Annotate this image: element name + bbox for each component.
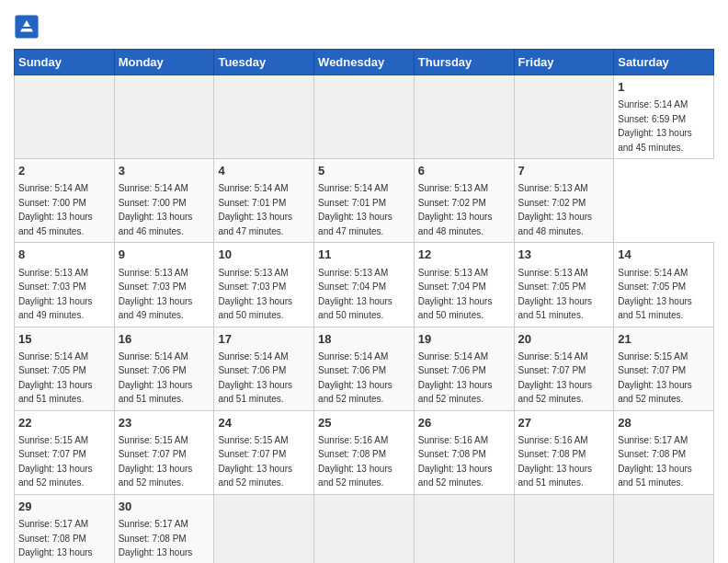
logo-icon	[14, 14, 40, 40]
day-cell-15: 15Sunrise: 5:14 AMSunset: 7:05 PMDayligh…	[15, 327, 115, 410]
empty-cell	[314, 494, 415, 563]
day-cell-2: 2Sunrise: 5:14 AMSunset: 7:00 PMDaylight…	[15, 159, 115, 243]
calendar-week-2: 8Sunrise: 5:13 AMSunset: 7:03 PMDaylight…	[15, 243, 714, 327]
logo	[14, 14, 43, 40]
calendar-week-4: 22Sunrise: 5:15 AMSunset: 7:07 PMDayligh…	[15, 410, 714, 494]
empty-cell	[514, 494, 614, 563]
svg-rect-2	[21, 27, 31, 29]
day-cell-25: 25Sunrise: 5:16 AMSunset: 7:08 PMDayligh…	[314, 410, 415, 494]
day-cell-4: 4Sunrise: 5:14 AMSunset: 7:01 PMDaylight…	[214, 159, 314, 243]
day-cell-10: 10Sunrise: 5:13 AMSunset: 7:03 PMDayligh…	[214, 243, 314, 327]
day-cell-16: 16Sunrise: 5:14 AMSunset: 7:06 PMDayligh…	[114, 327, 214, 410]
calendar-table: SundayMondayTuesdayWednesdayThursdayFrid…	[14, 49, 714, 563]
day-cell-20: 20Sunrise: 5:14 AMSunset: 7:07 PMDayligh…	[514, 327, 614, 410]
day-cell-28: 28Sunrise: 5:17 AMSunset: 7:08 PMDayligh…	[614, 410, 714, 494]
day-cell-13: 13Sunrise: 5:13 AMSunset: 7:05 PMDayligh…	[514, 243, 614, 327]
day-cell-8: 8Sunrise: 5:13 AMSunset: 7:03 PMDaylight…	[15, 243, 115, 327]
day-header-thursday: Thursday	[414, 50, 514, 75]
day-cell-23: 23Sunrise: 5:15 AMSunset: 7:07 PMDayligh…	[114, 410, 214, 494]
day-cell-17: 17Sunrise: 5:14 AMSunset: 7:06 PMDayligh…	[214, 327, 314, 410]
day-cell-19: 19Sunrise: 5:14 AMSunset: 7:06 PMDayligh…	[414, 327, 514, 410]
empty-cell	[214, 75, 314, 159]
calendar-week-3: 15Sunrise: 5:14 AMSunset: 7:05 PMDayligh…	[15, 327, 714, 410]
day-header-wednesday: Wednesday	[314, 50, 415, 75]
day-header-tuesday: Tuesday	[214, 50, 314, 75]
empty-cell	[514, 75, 614, 159]
calendar-week-5: 29Sunrise: 5:17 AMSunset: 7:08 PMDayligh…	[15, 494, 714, 563]
day-cell-22: 22Sunrise: 5:15 AMSunset: 7:07 PMDayligh…	[15, 410, 115, 494]
day-header-sunday: Sunday	[15, 50, 115, 75]
day-header-saturday: Saturday	[614, 50, 714, 75]
day-cell-5: 5Sunrise: 5:14 AMSunset: 7:01 PMDaylight…	[314, 159, 415, 243]
calendar-week-1: 2Sunrise: 5:14 AMSunset: 7:00 PMDaylight…	[15, 159, 714, 243]
day-cell-11: 11Sunrise: 5:13 AMSunset: 7:04 PMDayligh…	[314, 243, 415, 327]
day-header-friday: Friday	[514, 50, 614, 75]
day-cell-12: 12Sunrise: 5:13 AMSunset: 7:04 PMDayligh…	[414, 243, 514, 327]
empty-cell	[314, 75, 415, 159]
day-cell-24: 24Sunrise: 5:15 AMSunset: 7:07 PMDayligh…	[214, 410, 314, 494]
day-cell-18: 18Sunrise: 5:14 AMSunset: 7:06 PMDayligh…	[314, 327, 415, 410]
days-header-row: SundayMondayTuesdayWednesdayThursdayFrid…	[15, 50, 714, 75]
day-cell-1: 1Sunrise: 5:14 AMSunset: 6:59 PMDaylight…	[614, 75, 714, 159]
day-cell-30: 30Sunrise: 5:17 AMSunset: 7:08 PMDayligh…	[114, 494, 214, 563]
day-cell-6: 6Sunrise: 5:13 AMSunset: 7:02 PMDaylight…	[414, 159, 514, 243]
empty-cell	[214, 494, 314, 563]
empty-cell	[114, 75, 214, 159]
day-cell-27: 27Sunrise: 5:16 AMSunset: 7:08 PMDayligh…	[514, 410, 614, 494]
day-cell-3: 3Sunrise: 5:14 AMSunset: 7:00 PMDaylight…	[114, 159, 214, 243]
empty-cell	[414, 494, 514, 563]
day-cell-29: 29Sunrise: 5:17 AMSunset: 7:08 PMDayligh…	[15, 494, 115, 563]
empty-cell	[15, 75, 115, 159]
empty-cell	[414, 75, 514, 159]
day-cell-7: 7Sunrise: 5:13 AMSunset: 7:02 PMDaylight…	[514, 159, 614, 243]
day-cell-14: 14Sunrise: 5:14 AMSunset: 7:05 PMDayligh…	[614, 243, 714, 327]
day-cell-21: 21Sunrise: 5:15 AMSunset: 7:07 PMDayligh…	[614, 327, 714, 410]
empty-cell	[614, 494, 714, 563]
day-header-monday: Monday	[114, 50, 214, 75]
day-cell-9: 9Sunrise: 5:13 AMSunset: 7:03 PMDaylight…	[114, 243, 214, 327]
calendar-week-0: 1Sunrise: 5:14 AMSunset: 6:59 PMDaylight…	[15, 75, 714, 159]
day-cell-26: 26Sunrise: 5:16 AMSunset: 7:08 PMDayligh…	[414, 410, 514, 494]
header	[14, 14, 714, 40]
